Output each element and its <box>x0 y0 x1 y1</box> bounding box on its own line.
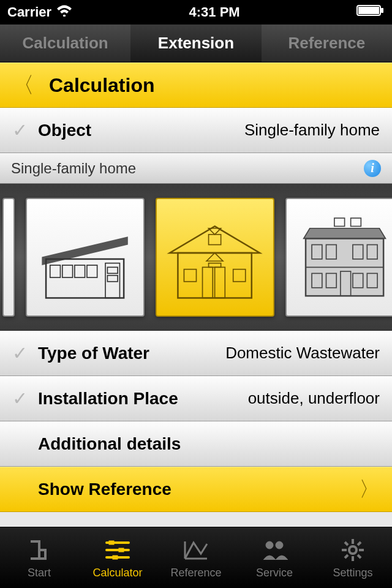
tab-calculation[interactable]: Calculation <box>0 24 130 62</box>
row-type-value: Domestic Wastewater <box>149 344 380 363</box>
svg-point-46 <box>349 546 356 554</box>
tabbar-reference-label: Reference <box>170 567 221 579</box>
row-place-value: outside, underfloor <box>178 389 380 408</box>
row-place-label: Installation Place <box>38 389 178 409</box>
tabbar-reference[interactable]: Reference <box>157 527 235 588</box>
screen-header: 〈 Calculation <box>0 62 392 108</box>
battery-icon <box>356 4 385 20</box>
carousel-card-prev[interactable] <box>2 198 15 317</box>
carrier-label: Carrier <box>7 4 51 20</box>
svg-marker-16 <box>207 253 224 261</box>
svg-rect-7 <box>75 265 85 277</box>
status-bar: Carrier 4:31 PM <box>0 0 392 24</box>
row-object-label: Object <box>38 121 91 140</box>
tabbar-settings[interactable]: Settings <box>314 527 392 588</box>
settings-icon <box>341 536 365 564</box>
svg-rect-18 <box>233 270 246 282</box>
spacer <box>0 512 392 527</box>
tabbar-start[interactable]: Start <box>0 527 78 588</box>
svg-rect-41 <box>113 556 118 559</box>
object-subheader-text: Single-family home <box>11 160 136 177</box>
tab-reference[interactable]: Reference <box>262 24 392 62</box>
svg-point-45 <box>276 541 283 549</box>
svg-line-54 <box>345 555 348 558</box>
row-type-label: Type of Water <box>38 344 149 363</box>
tabbar-settings-label: Settings <box>333 567 372 579</box>
row-type-of-water[interactable]: ✓ Type of Water Domestic Wastewater <box>0 331 392 376</box>
row-details-label: Additional details <box>38 434 181 454</box>
svg-line-52 <box>358 555 361 558</box>
svg-rect-2 <box>381 8 383 13</box>
row-object[interactable]: ✓ Object Single-family home <box>0 108 392 153</box>
svg-rect-5 <box>50 265 61 277</box>
top-tabs: Calculation Extension Reference <box>0 24 392 62</box>
row-show-reference[interactable]: Show Reference 〉 <box>0 467 392 512</box>
svg-marker-22 <box>304 228 386 239</box>
tabbar-start-label: Start <box>28 567 51 579</box>
svg-line-53 <box>358 542 361 545</box>
tabbar-calculator[interactable]: Calculator <box>78 527 157 588</box>
large-house-icon <box>293 206 392 308</box>
svg-line-51 <box>345 542 348 545</box>
svg-rect-23 <box>334 218 345 226</box>
bottom-tabbar: Start Calculator Reference Service Setti… <box>0 527 392 588</box>
tab-extension[interactable]: Extension <box>130 24 261 62</box>
check-icon: ✓ <box>12 388 38 409</box>
svg-marker-12 <box>170 226 260 252</box>
svg-rect-21 <box>209 263 221 268</box>
svg-marker-3 <box>42 236 128 265</box>
carousel-card-single-family-home[interactable] <box>156 198 274 317</box>
screen-title: Calculation <box>49 74 154 97</box>
svg-rect-24 <box>351 218 361 226</box>
chevron-right-icon: 〉 <box>359 475 380 503</box>
svg-rect-11 <box>108 276 118 282</box>
calculator-icon <box>104 536 131 564</box>
svg-rect-13 <box>209 235 221 245</box>
svg-rect-8 <box>87 265 97 277</box>
tabbar-calculator-label: Calculator <box>92 567 142 579</box>
svg-rect-39 <box>109 541 114 545</box>
tabbar-service[interactable]: Service <box>235 527 314 588</box>
service-icon <box>261 536 288 564</box>
svg-rect-1 <box>358 7 379 14</box>
carousel-card-large-house[interactable] <box>285 198 392 317</box>
row-object-value: Single-family home <box>91 121 380 140</box>
reference-icon <box>183 536 209 564</box>
tabbar-service-label: Service <box>256 567 293 579</box>
wifi-icon <box>56 4 72 20</box>
svg-rect-6 <box>62 265 73 277</box>
info-icon[interactable]: i <box>364 160 381 177</box>
object-subheader: Single-family home i <box>0 153 392 184</box>
svg-point-44 <box>266 541 273 549</box>
back-chevron-icon[interactable]: 〈 <box>12 70 34 100</box>
svg-rect-17 <box>184 270 197 282</box>
carousel-card-modern-house[interactable] <box>26 198 145 317</box>
row-showref-label: Show Reference <box>38 480 172 499</box>
object-carousel[interactable] <box>0 184 392 331</box>
start-icon <box>27 536 51 564</box>
row-installation-place[interactable]: ✓ Installation Place outside, underfloor <box>0 376 392 421</box>
svg-rect-19 <box>203 267 213 298</box>
check-icon: ✓ <box>12 119 38 141</box>
single-family-home-icon <box>164 206 266 308</box>
svg-rect-10 <box>108 267 118 273</box>
modern-house-icon <box>34 206 136 308</box>
row-additional-details[interactable]: Additional details <box>0 421 392 467</box>
svg-rect-20 <box>215 267 225 298</box>
check-icon: ✓ <box>12 342 38 364</box>
clock: 4:31 PM <box>189 4 240 20</box>
svg-rect-40 <box>119 548 124 552</box>
